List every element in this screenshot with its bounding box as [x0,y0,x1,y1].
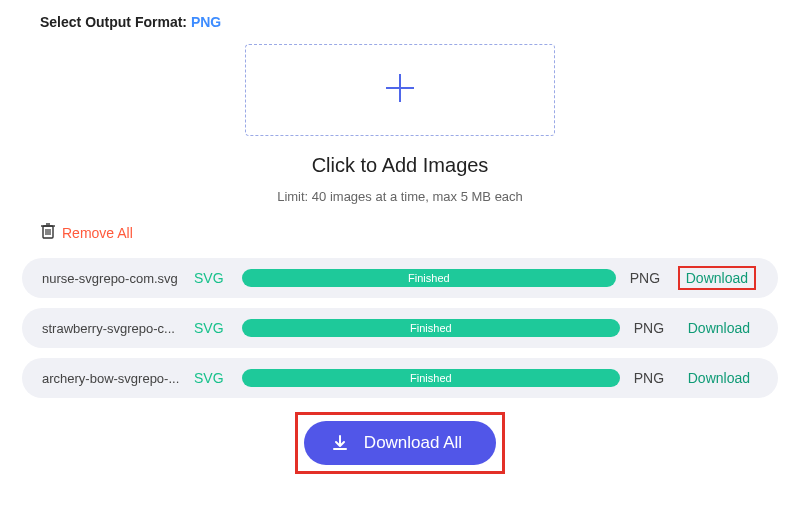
file-list: nurse-svgrepo-com.svgSVGFinishedPNGDownl… [22,258,778,398]
download-icon [332,435,348,451]
file-row: nurse-svgrepo-com.svgSVGFinishedPNGDownl… [22,258,778,298]
file-output-format: PNG [630,270,678,286]
progress-bar: Finished [242,269,616,287]
output-format-value[interactable]: PNG [191,14,221,30]
download-all-label: Download All [364,433,462,453]
remove-all-button[interactable]: Remove All [40,222,778,244]
download-link[interactable]: Download [678,266,756,290]
output-format-row: Select Output Format: PNG [40,14,778,30]
output-format-label: Select Output Format: [40,14,187,30]
plus-icon [378,66,422,114]
progress-status: Finished [410,322,452,334]
remove-all-label: Remove All [62,225,133,241]
add-images-dropzone[interactable] [245,44,555,136]
file-name: nurse-svgrepo-com.svg [42,271,194,286]
progress-bar: Finished [242,319,620,337]
download-all-button[interactable]: Download All [304,421,496,465]
file-output-format: PNG [634,370,682,386]
file-output-format: PNG [634,320,682,336]
progress-bar: Finished [242,369,620,387]
download-all-highlight: Download All [295,412,505,474]
file-name: archery-bow-svgrepo-... [42,371,194,386]
download-link[interactable]: Download [682,368,756,388]
file-input-format: SVG [194,370,242,386]
progress-status: Finished [408,272,450,284]
trash-icon [40,222,56,244]
progress-status: Finished [410,372,452,384]
file-input-format: SVG [194,270,242,286]
limit-text: Limit: 40 images at a time, max 5 MB eac… [22,189,778,204]
file-row: archery-bow-svgrepo-...SVGFinishedPNGDow… [22,358,778,398]
file-row: strawberry-svgrepo-c...SVGFinishedPNGDow… [22,308,778,348]
add-images-title: Click to Add Images [22,154,778,177]
download-link[interactable]: Download [682,318,756,338]
file-name: strawberry-svgrepo-c... [42,321,194,336]
file-input-format: SVG [194,320,242,336]
